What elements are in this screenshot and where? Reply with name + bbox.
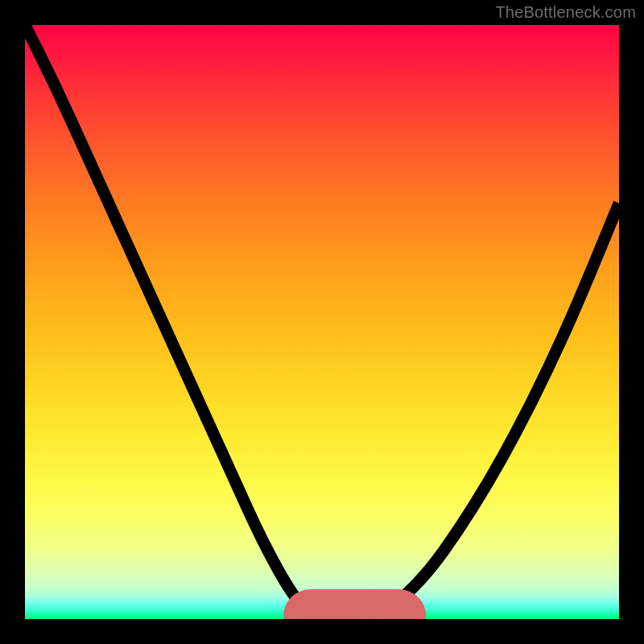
chart-frame: TheBottleneck.com xyxy=(0,0,644,644)
curve-svg xyxy=(25,25,619,619)
plot-area xyxy=(25,25,619,619)
watermark-text: TheBottleneck.com xyxy=(495,3,636,22)
bottleneck-curve xyxy=(25,25,619,619)
